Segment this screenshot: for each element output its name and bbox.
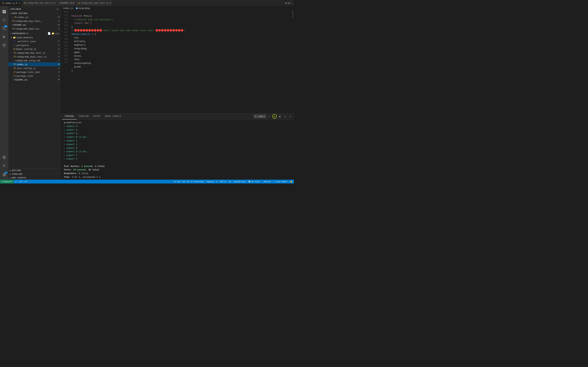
terminal-line: ✓ expect D (1 ms) [64,150,291,154]
more-actions-icon[interactable]: ⋯ [291,1,293,5]
svg-rect-1 [4,10,6,12]
file-jest-config[interactable]: JS jest.config.js U [9,66,61,70]
activity-run[interactable] [0,33,9,41]
folder-node-modules[interactable]: ▶ 📁 node_modules [9,35,61,39]
new-folder-icon[interactable]: 📁 [52,32,55,35]
svg-rect-2 [3,12,4,13]
language-item[interactable]: JavaScript [232,180,247,184]
kill-terminal-btn[interactable]: 🗑 [277,114,282,119]
tab-terminal[interactable]: TERMINAL [62,113,77,119]
terminal-line: ✓ expect B [64,132,291,135]
activity-remote[interactable] [0,153,9,161]
activity-explorer[interactable] [0,8,9,16]
live-share-icon: → [274,181,275,183]
tab-modified: U [54,2,55,4]
file-badge: U [58,52,59,54]
file-codegrade-mvp1-test[interactable]: JS codegrade_mvp1.test.js U [9,55,61,58]
breadcrumb-symbol: hungryDog [76,7,90,9]
svg-point-6 [3,27,4,28]
activity-account[interactable] [0,161,9,170]
go-live-item[interactable]: 📡 Go Live [247,180,261,184]
info-file-icon: ℹ [13,78,14,81]
collapse-icon[interactable]: ⊟ [58,32,59,35]
file-badge: M [58,63,59,66]
refresh-icon[interactable]: ↺ [55,32,57,35]
tab-readme[interactable]: ℹ README.md M [57,0,76,6]
file-readme-md[interactable]: ℹ README.md M [9,78,61,82]
errors-item[interactable]: ✖ 0 ⚠ 0 [18,180,28,184]
close-icon[interactable]: × [12,16,13,18]
section-project[interactable]: ▾ CODEGRADED-P… 📄 📁 ↺ ⊟ [9,31,61,35]
terminal-line: ✓ expect A [64,128,291,132]
spaces-item[interactable]: Spaces: 2 [206,180,219,184]
file-badge: U [58,40,59,42]
notifications-item[interactable]: 🔔 [289,180,294,184]
terminal-content[interactable]: gradeFunction ✓ expect A ✓ expect A ✓ ex… [61,119,294,180]
open-file-codegrade-mvp1-test[interactable]: JS codegrade_mvp1.te… U [9,27,61,31]
activity-extensions[interactable] [0,41,9,50]
section-open-editors[interactable]: ▾ OPEN EDITORS [9,12,61,15]
section-outline[interactable]: ▶ OUTLINE [9,168,61,172]
file-package-json[interactable]: {} package.json U [9,74,61,78]
file-gitignore[interactable]: ◇ .gitignore U [9,43,61,47]
file-name: jest.config.js [17,67,57,70]
close-icon[interactable]: × [18,2,20,5]
split-editor-icon[interactable]: ⧉ [288,1,290,5]
js-icon: JS [78,2,80,4]
svg-point-15 [3,165,5,166]
new-file-icon[interactable]: 📄 [48,32,51,35]
file-babel-config[interactable]: Ⓑ babel.config.js U [9,47,61,51]
git-branch-item[interactable]: ⎇ master* [0,180,14,184]
tab-debug-console[interactable]: DEBUG CONSOLE [103,113,123,119]
cursor-position[interactable]: Ln 62, Col 32 (5 selected) [173,180,206,184]
json-file-icon: {} [13,75,16,77]
eslint-item[interactable]: ✓ ESLint [261,180,272,184]
line-ending-item[interactable]: LF [227,180,232,184]
activity-source-control[interactable]: 12 [0,24,9,33]
code-area[interactable]: function foo(){ //console.log('its worki… [69,10,292,113]
chevron-right-icon: ▶ [10,169,11,171]
terminal-selector[interactable]: 1: node ▾ [253,114,266,118]
svg-point-16 [4,174,5,175]
file-codegrade-setup[interactable]: ↓ codegrade_setup.md U [9,58,61,62]
sidebar: EXPLORER ⋯ ▾ OPEN EDITORS × JS index.js … [9,6,61,180]
close-panel-btn[interactable]: × [288,114,293,119]
warning-icon: ⚠ [24,181,25,183]
tab-index-js[interactable]: JS index.js M × [0,0,22,6]
encoding-item[interactable]: UTF-8 [219,180,227,184]
sync-item[interactable]: ↺ [14,180,18,184]
sidebar-more[interactable]: ⋯ [57,8,59,11]
setup-file-icon: ↓ [13,59,15,62]
file-codegrade-mvp-test[interactable]: JS codegrade_mvp.test.js U [9,51,61,55]
maximize-panel-btn[interactable]: ∧ [283,114,287,119]
open-file-codegrade-mvp-test[interactable]: JS codegrade_mvp.test… U [9,19,61,23]
open-file-readme[interactable]: ℹ README.md M [9,23,61,27]
activity-search[interactable] [0,16,9,24]
tab-codegrade-mvp1-test[interactable]: JS codegrade_mvp1.test.js U [76,0,112,6]
terminal-line: Tests: 32 passed, 32 total [64,168,291,172]
tab-problems[interactable]: PROBLEMS [77,113,91,119]
split-terminal-btn[interactable]: ⊟ [272,114,277,119]
file-name: codegrade_mvp.test… [15,20,57,22]
file-index-js[interactable]: JS index.js M [9,62,61,66]
file-badge: U [58,75,59,77]
breadcrumb-sep: › [74,7,75,9]
tab-actions: ⊞ ⧉ ⋯ [284,1,294,5]
activity-settings[interactable]: 1 [0,171,9,179]
file-package-lock[interactable]: {} package-lock.json U [9,70,61,74]
file-name: codegrade_mvp1.te… [15,27,57,30]
info-icon: ℹ [59,2,60,4]
editor-content: 212213214215 216217218219 220221222223 2… [61,10,294,113]
live-share-item[interactable]: → Live Share [272,180,289,184]
section-timeline[interactable]: ▶ TIMELINE [9,172,61,176]
file-eslintrc[interactable]: {} .eslintrc.json U [9,39,61,43]
sidebar-title: EXPLORER [10,8,21,10]
tab-codegrade-mvp-test[interactable]: JS codegrade_mvp.test.js U [22,0,57,6]
tab-output[interactable]: OUTPUT [91,113,103,119]
layout-icon[interactable]: ⊞ [285,1,287,5]
new-terminal-btn[interactable]: + [267,114,272,119]
open-file-index-js[interactable]: × JS index.js M [9,15,61,19]
source-control-badge: 12 [4,25,7,27]
section-npm-scripts[interactable]: ▶ NPM SCRIPTS [9,176,61,180]
file-name: codegrade_mvp1.test.js [17,55,57,58]
